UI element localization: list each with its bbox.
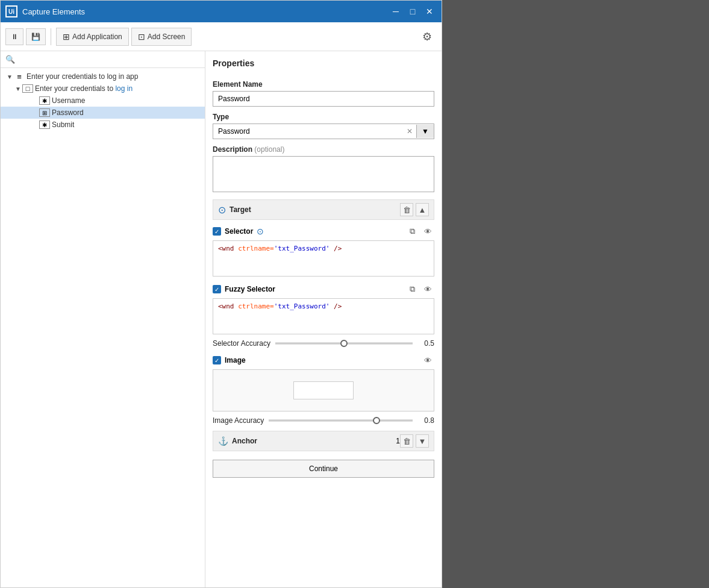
selector-label-text: Selector — [225, 227, 253, 236]
node-icon-root: ≡ — [14, 72, 25, 81]
image-accuracy-row: Image Accuracy 0.8 — [213, 416, 434, 425]
tree-item-screen[interactable]: ▼ □ Enter your credentials to log in — [1, 83, 205, 95]
image-accuracy-thumb[interactable] — [373, 417, 380, 424]
node-label-username: Username — [52, 96, 85, 105]
target-collapse-button[interactable]: ▲ — [416, 203, 429, 216]
target-delete-button[interactable]: 🗑 — [400, 203, 413, 216]
selector-header: ✓ Selector ⊙ ⧉ 👁 — [213, 225, 434, 238]
selector-code-box: <wnd ctrlname='txt_Password' /> — [213, 240, 434, 277]
fuzzy-selector-header: ✓ Fuzzy Selector ⧉ 👁 — [213, 283, 434, 296]
anchor-collapse-button[interactable]: ▼ — [416, 434, 429, 448]
arrow-icon: ▼ — [14, 86, 22, 92]
gear-icon: ⚙ — [422, 30, 432, 43]
toolbar-divider — [51, 28, 51, 45]
fuzzy-selector-checkbox[interactable]: ✓ — [213, 285, 221, 293]
image-accuracy-slider[interactable] — [269, 419, 413, 422]
fuzzy-selector-label-text: Fuzzy Selector — [225, 285, 275, 293]
image-accuracy-value: 0.8 — [417, 416, 434, 425]
highlight-text: log in — [115, 84, 133, 93]
properties-panel: Properties Element Name Type ✕ ▼ Descrip… — [205, 51, 442, 587]
toolbar: ⏸ 💾 ⊞ Add Application ⊡ Add Screen ⚙ — [1, 22, 442, 51]
selector-accuracy-slider[interactable] — [275, 342, 413, 345]
minimize-button[interactable]: ─ — [389, 4, 403, 19]
add-screen-label: Add Screen — [148, 33, 186, 41]
image-preview-box — [213, 369, 434, 411]
target-section-header[interactable]: ⊙ Target 🗑 ▲ — [213, 199, 434, 220]
arrow-icon: ▼ — [5, 74, 14, 80]
anchor-section-title: Anchor — [232, 437, 393, 445]
selector-accuracy-value: 0.5 — [417, 339, 434, 348]
continue-button[interactable]: Continue — [213, 460, 434, 478]
fuzzy-selector-actions: ⧉ 👁 — [405, 283, 434, 296]
type-select[interactable]: ✕ ▼ — [213, 124, 434, 139]
selector-checkbox[interactable]: ✓ — [213, 227, 221, 236]
anchor-section-header[interactable]: ⚓ Anchor 1 🗑 ▼ — [213, 431, 434, 451]
node-icon-password: ⊞ — [39, 108, 50, 117]
node-icon-submit: ✱ — [39, 120, 50, 129]
type-input[interactable] — [213, 124, 403, 139]
selector-accuracy-thumb[interactable] — [340, 340, 348, 347]
fuzzy-selector-copy-button[interactable]: ⧉ — [405, 283, 419, 296]
node-icon-screen: □ — [22, 84, 33, 93]
selector-accuracy-label: Selector Accuracy — [213, 339, 270, 348]
close-button[interactable]: ✕ — [422, 4, 437, 19]
tree-panel: 🔍 ▼ ≡ Enter your credentials to log in a… — [1, 51, 205, 587]
add-screen-button[interactable]: ⊡ Add Screen — [131, 28, 192, 46]
anchor-count: 1 — [396, 437, 400, 445]
selector-copy-button[interactable]: ⧉ — [405, 225, 419, 238]
app-icon: Ui — [5, 5, 17, 17]
selector-view-button[interactable]: 👁 — [421, 225, 434, 238]
add-screen-icon: ⊡ — [138, 32, 145, 42]
image-accuracy-label: Image Accuracy — [213, 416, 264, 425]
maximize-button[interactable]: □ — [405, 4, 420, 19]
search-icon: 🔍 — [5, 55, 15, 64]
image-checkbox[interactable]: ✓ — [213, 356, 221, 364]
tree-item-submit[interactable]: ✱ Submit — [1, 119, 205, 131]
save-button[interactable]: 💾 — [26, 28, 46, 45]
add-app-icon: ⊞ — [63, 32, 70, 42]
selector-accuracy-row: Selector Accuracy 0.5 — [213, 339, 434, 348]
tree-search-bar: 🔍 — [1, 51, 205, 68]
add-application-button[interactable]: ⊞ Add Application — [56, 28, 129, 46]
tree-body: ▼ ≡ Enter your credentials to log in app… — [1, 68, 205, 587]
type-dropdown-button[interactable]: ▼ — [416, 125, 434, 138]
image-view-button[interactable]: 👁 — [421, 354, 434, 367]
search-input[interactable] — [19, 55, 200, 64]
save-icon: 💾 — [31, 33, 40, 41]
fuzzy-selector-code-box: <wnd ctrlname='txt_Password' /> — [213, 298, 434, 334]
tree-item-username[interactable]: ✱ Username — [1, 95, 205, 107]
pause-button[interactable]: ⏸ — [5, 28, 23, 45]
node-label-screen: Enter your credentials to log in — [35, 84, 133, 93]
main-window: Ui Capture Elements ─ □ ✕ ⏸ 💾 ⊞ Add Appl… — [0, 0, 442, 588]
target-section-title: Target — [230, 205, 400, 214]
fuzzy-selector-view-button[interactable]: 👁 — [421, 283, 434, 296]
pause-icon: ⏸ — [11, 33, 18, 41]
anchor-section-actions: 🗑 ▼ — [400, 434, 429, 448]
node-label-root: Enter your credentials to log in app — [27, 72, 138, 81]
node-icon-username: ✱ — [39, 96, 50, 105]
target-section-actions: 🗑 ▲ — [400, 203, 429, 216]
image-header: ✓ Image 👁 — [213, 354, 434, 367]
element-name-label: Element Name — [213, 80, 434, 89]
selector-actions: ⧉ 👁 — [405, 225, 434, 238]
settings-button[interactable]: ⚙ — [417, 27, 437, 46]
properties-title: Properties — [213, 58, 434, 68]
type-clear-button[interactable]: ✕ — [403, 125, 416, 138]
tree-item-root[interactable]: ▼ ≡ Enter your credentials to log in app — [1, 70, 205, 83]
description-textarea[interactable] — [213, 156, 434, 192]
selector-target-icon: ⊙ — [257, 227, 264, 236]
node-label-password: Password — [52, 108, 84, 117]
image-thumbnail — [293, 381, 354, 399]
title-bar: Ui Capture Elements ─ □ ✕ — [1, 1, 442, 22]
window-title: Capture Elements — [22, 7, 386, 16]
description-label: Description (optional) — [213, 145, 434, 154]
content-area: 🔍 ▼ ≡ Enter your credentials to log in a… — [1, 51, 442, 587]
anchor-delete-button[interactable]: 🗑 — [400, 434, 413, 448]
type-label: Type — [213, 113, 434, 121]
element-name-input[interactable] — [213, 91, 434, 107]
anchor-icon: ⚓ — [218, 436, 228, 446]
node-label-submit: Submit — [52, 120, 74, 129]
image-label-text: Image — [225, 356, 246, 364]
add-application-label: Add Application — [72, 33, 122, 41]
tree-item-password[interactable]: ⊞ Password — [1, 107, 205, 119]
